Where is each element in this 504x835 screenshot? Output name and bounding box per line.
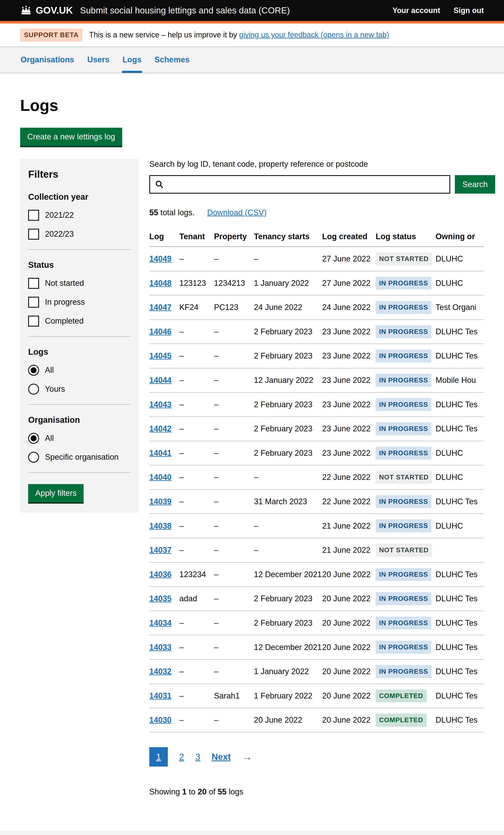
log-link-14048[interactable]: 14048 [149,279,172,287]
cell-log-status: IN PROGRESS [376,349,436,363]
table-row: 14039––31 March 202322 June 2022IN PROGR… [149,490,484,514]
showing-prefix: Showing [149,787,182,796]
log-link-14045[interactable]: 14045 [149,351,172,360]
cell-log-status: NOT STARTED [376,471,436,484]
cell-log: 14036 [149,569,179,579]
filter-option-2021-22[interactable]: 2021/22 [28,210,131,221]
cell-property: – [214,472,254,482]
log-link-14034[interactable]: 14034 [149,618,172,627]
status-badge: IN PROGRESS [376,665,431,678]
log-link-14046[interactable]: 14046 [149,327,172,336]
cell-log-status: IN PROGRESS [376,665,436,678]
cell-tenancy-starts: 2 February 2023 [254,424,322,434]
pagination-next-link[interactable]: Next [212,751,231,763]
cell-tenancy-starts: 1 January 2022 [254,278,322,288]
column-header-tenancy-starts: Tenancy starts [254,231,322,242]
your-account-link[interactable]: Your account [392,6,440,16]
cell-tenant: – [179,496,214,507]
cell-log-created: 21 June 2022 [322,521,376,531]
cell-tenant: – [179,691,214,701]
feedback-link[interactable]: giving us your feedback (opens in a new … [239,30,389,39]
filter-group-label-collection-year: Collection year [28,191,131,202]
filter-option-label: Yours [45,384,65,394]
radio-all[interactable] [28,433,39,444]
filter-option-2022-23[interactable]: 2022/23 [28,229,131,240]
cell-tenant: – [179,424,214,434]
filter-option-all[interactable]: All [28,365,131,376]
log-link-14040[interactable]: 14040 [149,473,172,482]
nav-tab-organisations[interactable]: Organisations [20,55,75,73]
filter-option-not-started[interactable]: Not started [28,278,131,289]
log-link-14043[interactable]: 14043 [149,400,172,409]
filter-option-specific-organisation[interactable]: Specific organisation [28,452,131,463]
cell-log-created: 20 June 2022 [322,666,376,677]
log-link-14036[interactable]: 14036 [149,570,172,579]
filter-group-label-organisation: Organisation [28,414,131,425]
pagination-current-page[interactable]: 1 [149,747,168,767]
filter-option-yours[interactable]: Yours [28,384,131,394]
cell-log-created: 20 June 2022 [322,569,376,579]
cell-tenancy-starts: – [254,521,322,531]
radio-all[interactable] [28,365,39,376]
nav-tab-users[interactable]: Users [87,55,110,73]
service-name[interactable]: Submit social housing lettings and sales… [80,5,290,16]
log-link-14047[interactable]: 14047 [149,303,172,312]
log-link-14037[interactable]: 14037 [149,546,172,554]
cell-owning-organisation: DLUHC Tes [436,666,504,677]
checkbox-2021-22[interactable] [28,210,39,221]
cell-tenant: adad [179,593,214,604]
cell-log: 14041 [149,448,179,458]
govuk-logo[interactable]: GOV.UK [20,4,73,17]
cell-owning-organisation: DLUHC [436,254,504,264]
nav-tab-schemes[interactable]: Schemes [154,55,190,73]
log-link-14030[interactable]: 14030 [149,715,172,724]
table-row: 14038–––21 June 2022IN PROGRESSDLUHC [149,514,484,538]
create-lettings-log-button[interactable]: Create a new lettings log [20,128,122,146]
cell-tenant: – [179,448,214,458]
filter-option-all[interactable]: All [28,433,131,444]
table-row: 14044––12 January 202223 June 2022IN PRO… [149,368,484,393]
search-button[interactable]: Search [455,175,495,194]
search-box [149,175,450,194]
download-csv-link[interactable]: Download (CSV) [207,207,267,218]
cell-log-status: IN PROGRESS [376,422,436,435]
cell-log-created: 23 June 2022 [322,351,376,361]
filter-option-in-progress[interactable]: In progress [28,297,131,308]
log-link-14035[interactable]: 14035 [149,594,172,603]
log-link-14044[interactable]: 14044 [149,376,172,385]
sign-out-link[interactable]: Sign out [453,6,484,16]
log-link-14032[interactable]: 14032 [149,667,172,676]
search-input[interactable] [149,175,450,194]
checkbox-2022-23[interactable] [28,229,39,240]
pagination-page-2[interactable]: 2 [179,751,184,763]
status-badge: IN PROGRESS [376,277,431,290]
log-link-14038[interactable]: 14038 [149,522,172,530]
table-header-row: LogTenantPropertyTenancy startsLog creat… [149,229,484,247]
checkbox-in-progress[interactable] [28,297,39,308]
log-link-14033[interactable]: 14033 [149,643,172,652]
log-link-14049[interactable]: 14049 [149,254,172,263]
table-row: 14036123234–12 December 202120 June 2022… [149,563,484,587]
log-link-14039[interactable]: 14039 [149,497,172,506]
column-header-log-created: Log created [322,231,376,242]
status-badge: COMPLETED [376,690,426,702]
checkbox-completed[interactable] [28,315,39,327]
log-link-14041[interactable]: 14041 [149,449,172,457]
pagination-page-3[interactable]: 3 [195,751,200,763]
apply-filters-button[interactable]: Apply filters [28,484,84,502]
cell-tenancy-starts: 1 January 2022 [254,666,322,677]
cell-property: – [214,545,254,555]
cell-log-status: IN PROGRESS [376,616,436,630]
nav-tab-logs[interactable]: Logs [122,55,142,73]
checkbox-not-started[interactable] [28,278,39,289]
log-link-14042[interactable]: 14042 [149,424,172,433]
cell-tenancy-starts: 12 January 2022 [254,375,322,385]
radio-specific-organisation[interactable] [28,452,39,463]
log-link-14031[interactable]: 14031 [149,691,172,700]
filter-option-completed[interactable]: Completed [28,315,131,327]
column-header-tenant: Tenant [179,231,214,242]
radio-yours[interactable] [28,384,39,394]
status-badge: NOT STARTED [376,544,432,557]
cell-log: 14037 [149,545,179,555]
cell-property: – [214,327,254,337]
